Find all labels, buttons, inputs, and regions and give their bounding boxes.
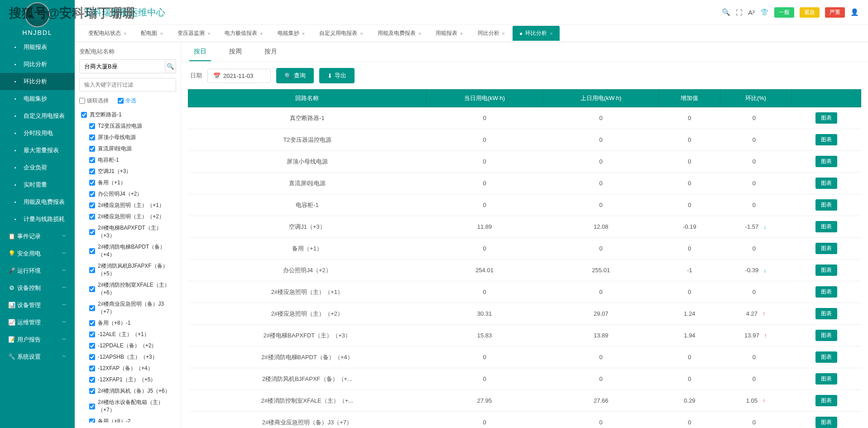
tree-checkbox[interactable] <box>89 286 95 292</box>
tree-item[interactable]: T2变压器温控电源 <box>79 120 176 132</box>
close-icon[interactable]: × <box>360 31 363 36</box>
tree-item[interactable]: 真空断路器-1 <box>79 109 176 120</box>
tree-item[interactable]: 备用（+8）-1 <box>79 317 176 329</box>
tab[interactable]: ● 环比分析 × <box>513 26 560 41</box>
export-button[interactable]: ⬇导出 <box>319 68 355 83</box>
query-button[interactable]: 🔍查询 <box>276 68 314 83</box>
tree-checkbox[interactable] <box>89 123 95 129</box>
tree-item[interactable]: 屏顶小母线电源 <box>79 132 176 143</box>
chart-button[interactable]: 图表 <box>815 264 837 276</box>
period-tab[interactable]: 按日 <box>189 43 211 61</box>
keyword-input[interactable] <box>79 78 176 91</box>
tree-item[interactable]: 2#楼应急照明（主）（+2） <box>79 211 176 222</box>
tree-checkbox[interactable] <box>89 229 95 235</box>
sidebar-item[interactable]: 分时段用电 <box>0 125 75 142</box>
close-icon[interactable]: × <box>460 31 463 36</box>
tree-checkbox[interactable] <box>89 214 95 220</box>
chart-button[interactable]: 图表 <box>815 178 837 189</box>
chart-button[interactable]: 图表 <box>815 243 837 254</box>
sidebar-item[interactable]: 用能及电费报表 <box>0 193 75 211</box>
user-icon[interactable]: 👤 <box>850 8 859 16</box>
tree-checkbox[interactable] <box>89 267 95 273</box>
sidebar-section[interactable]: 📋 事件记录﹀ <box>0 228 75 245</box>
tree-item[interactable]: 2#楼消防电梯BAPDT（备）（+4） <box>79 241 176 260</box>
tree-checkbox[interactable] <box>89 248 95 254</box>
tab[interactable]: 自定义用电报表 × <box>312 26 369 41</box>
sidebar-section[interactable]: 💡 安全用电﹀ <box>0 245 75 262</box>
tree-item[interactable]: -12XFAP（备）（+4） <box>79 363 176 374</box>
close-icon[interactable]: × <box>302 31 305 36</box>
tree-item[interactable]: -12XFAP1（主）（+5） <box>79 374 176 385</box>
tree-checkbox[interactable] <box>89 343 95 349</box>
sidebar-item[interactable]: 实时需量 <box>0 176 75 193</box>
sidebar-item[interactable]: 环比分析 <box>0 73 75 90</box>
tree-checkbox[interactable] <box>89 332 95 337</box>
chart-button[interactable]: 图表 <box>815 134 837 145</box>
date-picker[interactable]: 📅 2021-11-03 <box>207 69 271 83</box>
tree-item[interactable]: 直流屏I段电源 <box>79 143 176 154</box>
tree-item[interactable]: 备用（+1） <box>79 177 176 188</box>
tree-item[interactable]: 2#楼给水设备配电箱（主）（+7） <box>79 397 176 416</box>
fullscreen-icon[interactable]: ⛶ <box>736 9 743 16</box>
theme-icon[interactable]: 👕 <box>760 8 769 16</box>
tree-item[interactable]: -12PDALE（备）（+2） <box>79 340 176 351</box>
chart-button[interactable]: 图表 <box>815 156 837 167</box>
badge-normal[interactable]: 一般 <box>774 7 794 18</box>
tree-checkbox[interactable] <box>89 377 95 383</box>
close-icon[interactable]: × <box>260 31 263 36</box>
close-icon[interactable]: × <box>160 31 163 36</box>
tree-checkbox[interactable] <box>89 320 95 326</box>
tree-checkbox[interactable] <box>89 146 95 152</box>
tab[interactable]: 用能及电费报表 × <box>371 26 428 41</box>
tab[interactable]: 电力极值报表 × <box>218 26 269 41</box>
tree-checkbox[interactable] <box>89 354 95 360</box>
tree-checkbox[interactable] <box>81 112 87 118</box>
sidebar-section[interactable]: 📈 运维管理﹀ <box>0 314 75 331</box>
close-icon[interactable]: × <box>418 31 421 36</box>
chart-button[interactable]: 图表 <box>815 395 837 406</box>
chart-button[interactable]: 图表 <box>815 330 837 341</box>
sidebar-item[interactable]: 同比分析 <box>0 56 75 73</box>
tree-item[interactable]: 2#楼消防控制室XFALE（主）（+6） <box>79 279 176 298</box>
tree-item[interactable]: -12APSHB（主）（+3） <box>79 351 176 363</box>
chart-button[interactable]: 图表 <box>815 199 837 211</box>
tree-item[interactable]: 备用（+8）-2 <box>79 416 176 423</box>
sidebar-item[interactable]: 自定义用电报表 <box>0 107 75 125</box>
tree-checkbox[interactable] <box>89 191 95 197</box>
sidebar-section[interactable]: ⚙ 设备控制﹀ <box>0 279 75 297</box>
sidebar-item[interactable]: 最大需量报表 <box>0 142 75 159</box>
chart-button[interactable]: 图表 <box>815 308 837 319</box>
chart-button[interactable]: 图表 <box>815 112 837 124</box>
badge-critical[interactable]: 严重 <box>825 7 845 18</box>
badge-urgent[interactable]: 紧急 <box>800 7 820 18</box>
search-station-button[interactable]: 🔍 <box>165 59 176 73</box>
tab[interactable]: 用能报表 × <box>429 26 470 41</box>
tree-checkbox[interactable] <box>89 135 95 140</box>
close-icon[interactable]: × <box>207 31 210 36</box>
tree-item[interactable]: 电容柜-1 <box>79 154 176 166</box>
tab[interactable]: 同比分析 × <box>471 26 512 41</box>
chart-button[interactable]: 图表 <box>815 221 837 232</box>
chart-button[interactable]: 图表 <box>815 351 837 363</box>
tab[interactable]: 电能集抄 × <box>271 26 312 41</box>
tab[interactable]: 变配电站状态 × <box>82 26 133 41</box>
station-input[interactable] <box>79 59 165 73</box>
search-icon[interactable]: 🔍 <box>722 8 730 16</box>
tree-checkbox[interactable] <box>89 404 95 409</box>
tree-checkbox[interactable] <box>89 157 95 163</box>
selectall-checkbox[interactable]: 全选 <box>118 97 136 105</box>
chart-button[interactable]: 图表 <box>815 286 837 298</box>
tree-item[interactable]: 办公照明J4（+2） <box>79 188 176 200</box>
tree-item[interactable]: 2楼消防风机BJFAPXF（备）（+5） <box>79 260 176 279</box>
chart-button[interactable]: 图表 <box>815 373 837 385</box>
tree-checkbox[interactable] <box>89 202 95 208</box>
sidebar-section[interactable]: 🔧 系统设置﹀ <box>0 348 75 365</box>
sidebar-section[interactable]: 🎤 运行环境﹀ <box>0 262 75 279</box>
tree-checkbox[interactable] <box>89 180 95 186</box>
tree-checkbox[interactable] <box>89 305 95 311</box>
tree-item[interactable]: 空调J1（+3） <box>79 166 176 177</box>
tree-checkbox[interactable] <box>89 168 95 174</box>
close-icon[interactable]: × <box>502 31 505 36</box>
tab[interactable]: 配电图 × <box>134 26 169 41</box>
tree-checkbox[interactable] <box>89 418 95 423</box>
